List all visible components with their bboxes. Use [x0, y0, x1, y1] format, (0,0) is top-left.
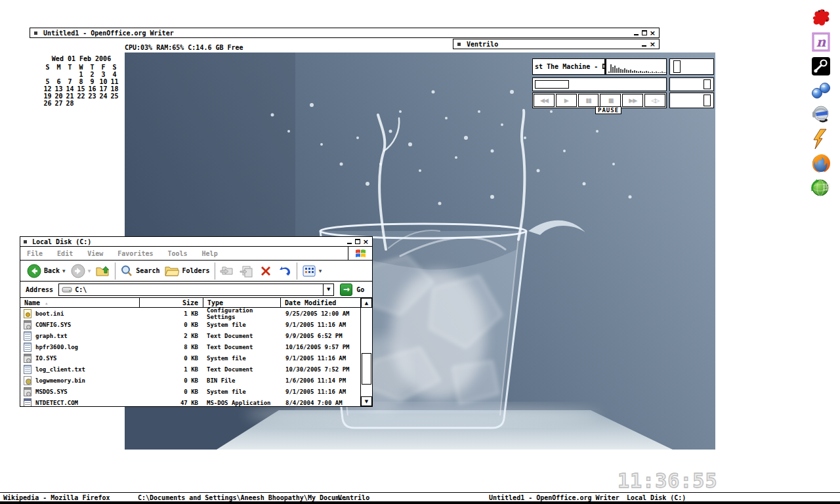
ventrilo-icon[interactable]	[810, 104, 832, 125]
openoffice-titlebar[interactable]: Untitled1 - OpenOffice.org Writer ×	[30, 28, 660, 38]
folders-icon	[165, 264, 179, 278]
address-dropdown-icon[interactable]: ▼	[323, 284, 333, 295]
move-to-button[interactable]	[217, 262, 237, 280]
file-size: 0 KB	[139, 388, 203, 395]
next-button[interactable]: ▶▶	[622, 94, 643, 107]
maximize-icon[interactable]	[642, 30, 647, 35]
calendar-day	[109, 100, 120, 107]
calendar-day: 5	[42, 78, 53, 85]
volume-slider-handle[interactable]	[673, 60, 681, 73]
close-icon[interactable]: ×	[650, 41, 656, 47]
winamp-icon[interactable]	[810, 128, 832, 150]
undo-button[interactable]	[275, 262, 295, 280]
red-splat-icon[interactable]	[810, 7, 832, 28]
n-app-icon[interactable]: n	[810, 31, 832, 52]
file-name: MSDOS.SYS	[35, 388, 139, 395]
column-header-size[interactable]: Size	[140, 298, 203, 307]
pause-button[interactable]: ▮▮	[578, 94, 599, 107]
minimize-icon[interactable]	[642, 41, 647, 47]
steam-icon[interactable]	[810, 55, 832, 77]
calendar-day: 10	[98, 78, 109, 85]
calendar-day: 6	[53, 78, 64, 85]
table-row[interactable]: graph.txt 2 KB Text Document 9/9/2005 6:…	[20, 330, 360, 341]
table-row[interactable]: logwmemory.bin 0 KB BIN File 1/6/2006 11…	[20, 375, 360, 386]
ventrilo-titlebar[interactable]: Ventrilo ×	[453, 39, 660, 49]
column-header-date[interactable]: Date Modified	[281, 298, 372, 307]
go-button[interactable]: →	[340, 284, 352, 296]
taskbar: Wikipedia - Mozilla FirefoxC:\Documents …	[0, 492, 840, 504]
play-button[interactable]: ▶	[556, 94, 577, 107]
vertical-scrollbar[interactable]: ▲ ▼	[360, 298, 372, 406]
minimize-icon[interactable]	[634, 30, 639, 36]
file-size: 1 KB	[139, 310, 203, 317]
seek-thumb[interactable]	[535, 80, 569, 89]
volume-slider[interactable]	[669, 58, 714, 75]
scroll-up-icon[interactable]: ▲	[361, 298, 372, 308]
table-row[interactable]: NTDETECT.COM 47 KB MS-DOS Application 8/…	[20, 397, 360, 406]
table-row[interactable]: CONFIG.SYS 0 KB System file 9/1/2005 11:…	[20, 319, 360, 330]
menu-item-favorites[interactable]: Favorites	[117, 250, 153, 257]
folders-button[interactable]: Folders	[162, 262, 212, 280]
open-button[interactable]: ◁▷	[644, 94, 665, 107]
balance-slider[interactable]	[669, 77, 714, 91]
menu-item-view[interactable]: View	[87, 250, 103, 257]
file-size: 0 KB	[139, 355, 203, 362]
copy-to-button[interactable]	[237, 262, 257, 280]
explorer-titlebar[interactable]: Local Disk (C:) ×	[20, 237, 372, 247]
file-date: 8/4/2004 7:00 AM	[282, 400, 360, 406]
calendar-day	[98, 100, 109, 107]
messenger-icon[interactable]	[810, 79, 832, 101]
table-row[interactable]: IO.SYS 0 KB System file 9/1/2005 11:16 A…	[20, 352, 360, 364]
taskbar-item[interactable]: C:\Documents and Settings\Aneesh Bhoopat…	[138, 494, 351, 501]
table-row[interactable]: log_client.txt 1 KB Text Document 10/30/…	[20, 364, 360, 375]
drive-icon	[62, 285, 72, 293]
stop-button[interactable]: ■	[600, 94, 621, 107]
minimize-icon[interactable]	[347, 239, 352, 245]
forward-button[interactable]: ▼	[68, 262, 94, 280]
file-name: logwmemory.bin	[35, 377, 139, 384]
file-date: 1/6/2006 11:14 PM	[282, 377, 360, 384]
close-icon[interactable]: ×	[363, 239, 369, 245]
taskbar-item[interactable]: Untitled1 - OpenOffice.org Writer	[489, 494, 620, 501]
table-row[interactable]: MSDOS.SYS 0 KB System file 9/1/2005 11:1…	[20, 386, 360, 397]
table-row[interactable]: hpfr3600.log 8 KB Text Document 10/16/20…	[20, 341, 360, 352]
address-combo[interactable]: C:\ ▼	[58, 284, 334, 296]
back-button[interactable]: Back ▼	[24, 262, 68, 280]
previous-button[interactable]: ◀◀	[534, 94, 555, 107]
aux-slider[interactable]	[669, 93, 714, 108]
balance-slider-handle[interactable]	[704, 79, 711, 89]
file-type: MS-DOS Application	[203, 400, 282, 406]
green-globe-icon[interactable]	[810, 177, 832, 198]
column-header-type[interactable]: Type	[203, 298, 281, 307]
taskbar-item[interactable]: Local Disk (C:)	[627, 494, 686, 501]
explorer-title: Local Disk (C:)	[32, 238, 91, 245]
seek-slider[interactable]	[532, 77, 667, 91]
search-button[interactable]: Search	[117, 262, 162, 280]
menu-item-help[interactable]: Help	[202, 250, 218, 257]
firefox-icon[interactable]	[810, 152, 832, 174]
menu-item-file[interactable]: File	[27, 250, 43, 257]
calendar-day: 14	[64, 85, 75, 93]
file-name: NTDETECT.COM	[35, 400, 139, 406]
views-button[interactable]: ▼	[299, 262, 325, 280]
track-title[interactable]: st The Machine - Down on	[533, 59, 606, 74]
delete-button[interactable]	[257, 262, 275, 280]
column-header-name[interactable]: Name▲	[20, 298, 140, 307]
taskbar-item[interactable]: Wikipedia - Mozilla Firefox	[3, 494, 110, 501]
up-button[interactable]	[93, 262, 113, 280]
move-to-icon	[220, 264, 234, 278]
maximize-icon[interactable]	[355, 239, 360, 244]
taskbar-item[interactable]: Ventrilo	[338, 494, 369, 501]
menu-item-tools[interactable]: Tools	[167, 250, 187, 257]
aux-slider-handle[interactable]	[704, 94, 711, 106]
calendar-day: 13	[53, 85, 64, 93]
file-type: Configuration Settings	[203, 307, 282, 320]
undo-icon	[278, 264, 292, 278]
menu-item-edit[interactable]: Edit	[57, 250, 73, 257]
close-icon[interactable]: ×	[650, 30, 656, 36]
calendar-day-header: S	[42, 64, 53, 71]
up-folder-icon	[96, 264, 110, 278]
scroll-down-icon[interactable]: ▼	[361, 396, 372, 406]
scrollbar-thumb[interactable]	[362, 353, 371, 385]
table-row[interactable]: boot.ini 1 KB Configuration Settings 9/2…	[20, 308, 360, 319]
